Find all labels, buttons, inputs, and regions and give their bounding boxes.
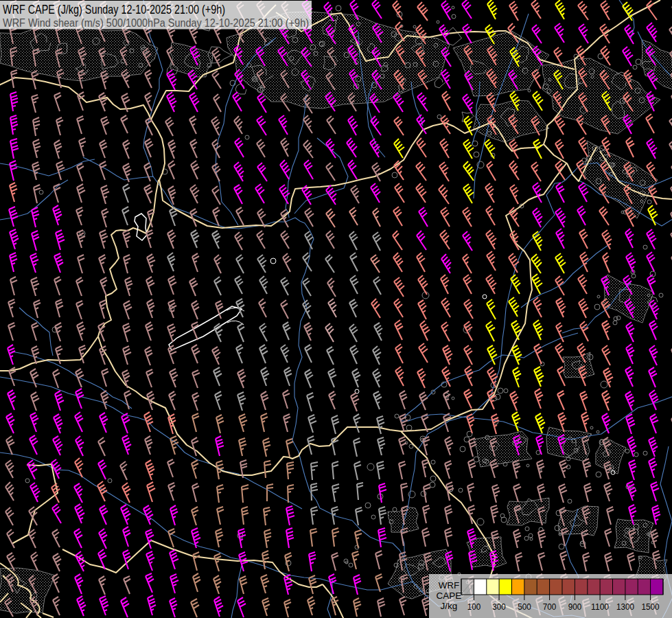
svg-text:100: 100 <box>467 602 481 612</box>
svg-text:1300: 1300 <box>616 602 634 612</box>
svg-text:J/kg: J/kg <box>441 601 458 611</box>
svg-text:1500: 1500 <box>642 602 660 612</box>
svg-text:1100: 1100 <box>591 602 609 612</box>
svg-text:700: 700 <box>543 602 557 612</box>
svg-text:300: 300 <box>492 602 506 612</box>
svg-text:WRF Wind shear (m/s) 500/1000h: WRF Wind shear (m/s) 500/1000hPa Sunday … <box>3 16 309 30</box>
svg-text:WRF CAPE (J/kg) Sunday 12-10-2: WRF CAPE (J/kg) Sunday 12-10-2025 21:00 … <box>3 2 225 16</box>
svg-text:CAPE: CAPE <box>437 591 462 601</box>
svg-text:500: 500 <box>518 602 531 612</box>
svg-text:900: 900 <box>568 602 582 612</box>
svg-text:WRF: WRF <box>439 580 460 591</box>
